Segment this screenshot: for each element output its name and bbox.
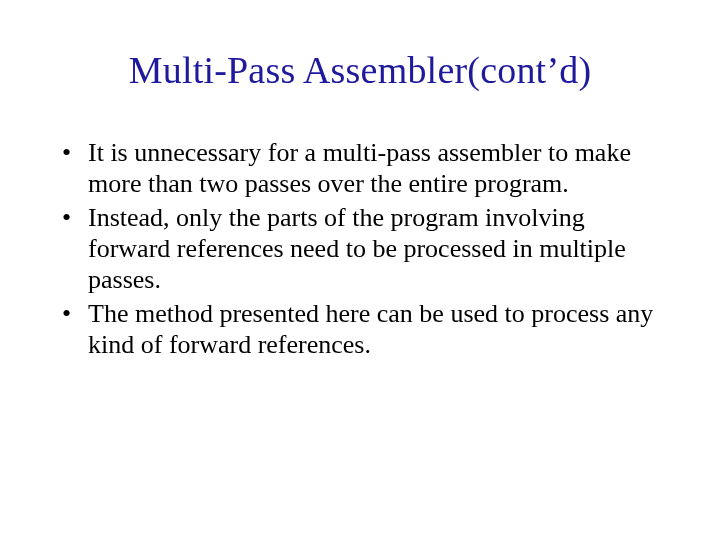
list-item: It is unnecessary for a multi-pass assem… <box>62 138 658 199</box>
slide: Multi-Pass Assembler(cont’d) It is unnec… <box>0 0 720 540</box>
slide-title: Multi-Pass Assembler(cont’d) <box>54 48 666 92</box>
list-item: The method presented here can be used to… <box>62 299 658 360</box>
list-item: Instead, only the parts of the program i… <box>62 203 658 295</box>
bullet-list: It is unnecessary for a multi-pass assem… <box>54 138 666 361</box>
